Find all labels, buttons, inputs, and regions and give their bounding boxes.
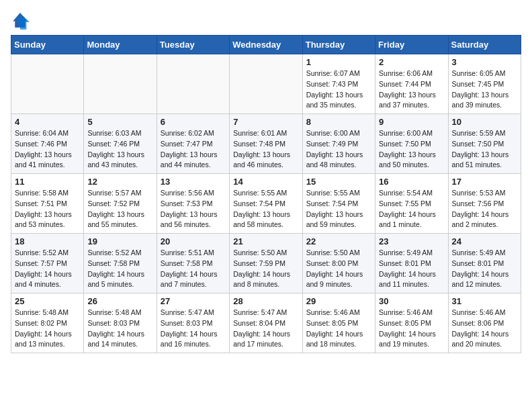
day-number: 20: [161, 236, 226, 246]
calendar-cell: 16Sunrise: 5:54 AM Sunset: 7:55 PM Dayli…: [375, 174, 448, 234]
day-number: 7: [233, 117, 298, 127]
day-info: Sunrise: 6:03 AM Sunset: 7:46 PM Dayligh…: [87, 128, 152, 171]
day-number: 16: [379, 177, 444, 187]
day-info: Sunrise: 5:47 AM Sunset: 8:04 PM Dayligh…: [233, 308, 298, 350]
day-info: Sunrise: 6:02 AM Sunset: 7:47 PM Dayligh…: [161, 128, 226, 171]
calendar-cell: 28Sunrise: 5:47 AM Sunset: 8:04 PM Dayli…: [230, 293, 302, 353]
day-info: Sunrise: 6:05 AM Sunset: 7:45 PM Dayligh…: [452, 68, 517, 111]
day-info: Sunrise: 5:46 AM Sunset: 8:05 PM Dayligh…: [306, 308, 371, 350]
calendar-cell: 23Sunrise: 5:49 AM Sunset: 8:01 PM Dayli…: [375, 234, 448, 293]
calendar-cell: 27Sunrise: 5:47 AM Sunset: 8:03 PM Dayli…: [157, 293, 229, 353]
calendar-cell: 11Sunrise: 5:58 AM Sunset: 7:51 PM Dayli…: [11, 174, 84, 234]
day-info: Sunrise: 5:55 AM Sunset: 7:54 PM Dayligh…: [306, 188, 371, 230]
day-number: 1: [306, 57, 371, 67]
day-number: 2: [379, 57, 444, 67]
calendar-cell: 10Sunrise: 5:59 AM Sunset: 7:50 PM Dayli…: [448, 114, 521, 174]
calendar-cell: 5Sunrise: 6:03 AM Sunset: 7:46 PM Daylig…: [84, 114, 157, 174]
logo-icon: [11, 11, 30, 30]
day-number: 18: [15, 236, 80, 246]
calendar-cell: 9Sunrise: 6:00 AM Sunset: 7:50 PM Daylig…: [375, 114, 448, 174]
day-number: 12: [87, 177, 152, 187]
day-number: 24: [452, 236, 517, 246]
day-info: Sunrise: 5:56 AM Sunset: 7:53 PM Dayligh…: [161, 188, 226, 230]
day-number: 31: [452, 296, 517, 306]
day-info: Sunrise: 5:52 AM Sunset: 7:57 PM Dayligh…: [15, 248, 80, 290]
day-number: 3: [452, 57, 517, 67]
day-number: 19: [87, 236, 152, 246]
calendar-cell: 4Sunrise: 6:04 AM Sunset: 7:46 PM Daylig…: [11, 114, 84, 174]
calendar-cell: 2Sunrise: 6:06 AM Sunset: 7:44 PM Daylig…: [375, 54, 448, 114]
day-info: Sunrise: 6:00 AM Sunset: 7:49 PM Dayligh…: [306, 128, 371, 171]
calendar-cell: [230, 54, 302, 114]
calendar-cell: 13Sunrise: 5:56 AM Sunset: 7:53 PM Dayli…: [157, 174, 229, 234]
calendar-cell: 30Sunrise: 5:46 AM Sunset: 8:05 PM Dayli…: [375, 293, 448, 353]
calendar-cell: 24Sunrise: 5:49 AM Sunset: 8:01 PM Dayli…: [448, 234, 521, 293]
day-info: Sunrise: 6:07 AM Sunset: 7:43 PM Dayligh…: [306, 68, 371, 111]
week-row-1: 1Sunrise: 6:07 AM Sunset: 7:43 PM Daylig…: [11, 54, 521, 114]
week-row-5: 25Sunrise: 5:48 AM Sunset: 8:02 PM Dayli…: [11, 293, 521, 353]
day-number: 29: [306, 296, 371, 306]
day-info: Sunrise: 5:50 AM Sunset: 7:59 PM Dayligh…: [233, 248, 298, 290]
calendar-cell: 25Sunrise: 5:48 AM Sunset: 8:02 PM Dayli…: [11, 293, 84, 353]
week-row-3: 11Sunrise: 5:58 AM Sunset: 7:51 PM Dayli…: [11, 174, 521, 234]
day-number: 25: [15, 296, 80, 306]
day-number: 17: [452, 177, 517, 187]
day-info: Sunrise: 5:47 AM Sunset: 8:03 PM Dayligh…: [161, 308, 226, 350]
day-info: Sunrise: 5:55 AM Sunset: 7:54 PM Dayligh…: [233, 188, 298, 230]
week-row-4: 18Sunrise: 5:52 AM Sunset: 7:57 PM Dayli…: [11, 234, 521, 293]
calendar-cell: 21Sunrise: 5:50 AM Sunset: 7:59 PM Dayli…: [230, 234, 302, 293]
weekday-header-friday: Friday: [375, 36, 448, 54]
week-row-2: 4Sunrise: 6:04 AM Sunset: 7:46 PM Daylig…: [11, 114, 521, 174]
calendar-cell: 31Sunrise: 5:46 AM Sunset: 8:06 PM Dayli…: [448, 293, 521, 353]
calendar-cell: 18Sunrise: 5:52 AM Sunset: 7:57 PM Dayli…: [11, 234, 84, 293]
calendar-cell: 6Sunrise: 6:02 AM Sunset: 7:47 PM Daylig…: [157, 114, 229, 174]
day-info: Sunrise: 6:00 AM Sunset: 7:50 PM Dayligh…: [379, 128, 444, 171]
calendar-cell: 7Sunrise: 6:01 AM Sunset: 7:48 PM Daylig…: [230, 114, 302, 174]
weekday-header-monday: Monday: [84, 36, 157, 54]
day-number: 22: [306, 236, 371, 246]
day-number: 10: [452, 117, 517, 127]
calendar-cell: [11, 54, 84, 114]
day-number: 5: [87, 117, 152, 127]
calendar-cell: 22Sunrise: 5:50 AM Sunset: 8:00 PM Dayli…: [302, 234, 375, 293]
day-info: Sunrise: 6:01 AM Sunset: 7:48 PM Dayligh…: [233, 128, 298, 171]
day-number: 6: [161, 117, 226, 127]
day-number: 26: [87, 296, 152, 306]
weekday-header-sunday: Sunday: [11, 36, 84, 54]
day-info: Sunrise: 5:52 AM Sunset: 7:58 PM Dayligh…: [87, 248, 152, 290]
day-number: 4: [15, 117, 80, 127]
day-info: Sunrise: 5:49 AM Sunset: 8:01 PM Dayligh…: [452, 248, 517, 290]
weekday-header-thursday: Thursday: [302, 36, 375, 54]
day-number: 23: [379, 236, 444, 246]
calendar-cell: 19Sunrise: 5:52 AM Sunset: 7:58 PM Dayli…: [84, 234, 157, 293]
day-number: 15: [306, 177, 371, 187]
calendar-cell: 29Sunrise: 5:46 AM Sunset: 8:05 PM Dayli…: [302, 293, 375, 353]
weekday-header-wednesday: Wednesday: [230, 36, 302, 54]
weekday-header-tuesday: Tuesday: [157, 36, 229, 54]
day-number: 30: [379, 296, 444, 306]
day-number: 14: [233, 177, 298, 187]
calendar-cell: [157, 54, 229, 114]
day-info: Sunrise: 5:54 AM Sunset: 7:55 PM Dayligh…: [379, 188, 444, 230]
logo: [11, 11, 32, 30]
calendar-cell: 14Sunrise: 5:55 AM Sunset: 7:54 PM Dayli…: [230, 174, 302, 234]
day-info: Sunrise: 6:06 AM Sunset: 7:44 PM Dayligh…: [379, 68, 444, 111]
day-number: 11: [15, 177, 80, 187]
header: [11, 11, 521, 30]
day-number: 27: [161, 296, 226, 306]
day-info: Sunrise: 5:58 AM Sunset: 7:51 PM Dayligh…: [15, 188, 80, 230]
weekday-header-row: SundayMondayTuesdayWednesdayThursdayFrid…: [11, 36, 521, 54]
day-info: Sunrise: 6:04 AM Sunset: 7:46 PM Dayligh…: [15, 128, 80, 171]
day-number: 9: [379, 117, 444, 127]
day-info: Sunrise: 5:53 AM Sunset: 7:56 PM Dayligh…: [452, 188, 517, 230]
day-info: Sunrise: 5:48 AM Sunset: 8:02 PM Dayligh…: [15, 308, 80, 350]
calendar-cell: 26Sunrise: 5:48 AM Sunset: 8:03 PM Dayli…: [84, 293, 157, 353]
calendar-cell: 17Sunrise: 5:53 AM Sunset: 7:56 PM Dayli…: [448, 174, 521, 234]
day-info: Sunrise: 5:57 AM Sunset: 7:52 PM Dayligh…: [87, 188, 152, 230]
day-info: Sunrise: 5:49 AM Sunset: 8:01 PM Dayligh…: [379, 248, 444, 290]
calendar-cell: 12Sunrise: 5:57 AM Sunset: 7:52 PM Dayli…: [84, 174, 157, 234]
day-info: Sunrise: 5:59 AM Sunset: 7:50 PM Dayligh…: [452, 128, 517, 171]
day-number: 21: [233, 236, 298, 246]
calendar-cell: 3Sunrise: 6:05 AM Sunset: 7:45 PM Daylig…: [448, 54, 521, 114]
day-info: Sunrise: 5:46 AM Sunset: 8:05 PM Dayligh…: [379, 308, 444, 350]
